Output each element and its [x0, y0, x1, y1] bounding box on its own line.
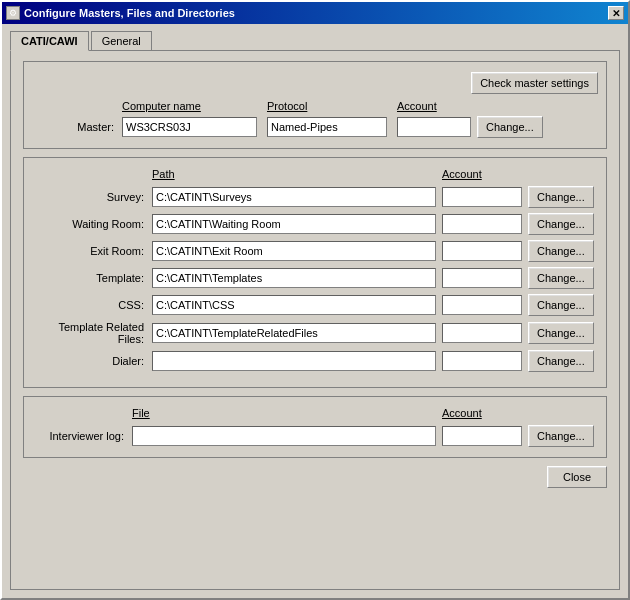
files-change-button[interactable]: Change... — [528, 213, 594, 235]
files-change-button[interactable]: Change... — [528, 186, 594, 208]
files-row-label: CSS: — [118, 299, 144, 311]
log-row: Interviewer log: Change... — [32, 425, 598, 447]
log-section: File Account Interviewer log: Change... — [23, 396, 607, 458]
files-change-button[interactable]: Change... — [528, 240, 594, 262]
master-protocol-header: Protocol — [267, 100, 307, 112]
log-file-input[interactable] — [132, 426, 436, 446]
check-master-button[interactable]: Check master settings — [471, 72, 598, 94]
files-account-input[interactable] — [442, 241, 522, 261]
files-path-header: Path — [152, 168, 175, 180]
master-account-header: Account — [397, 100, 437, 112]
files-row: Exit Room: Change... — [32, 240, 598, 262]
master-protocol-input[interactable] — [267, 117, 387, 137]
master-data-row: Master: Change... — [32, 116, 598, 138]
files-change-button[interactable]: Change... — [528, 350, 594, 372]
title-bar: ⚙ Configure Masters, Files and Directori… — [2, 2, 628, 24]
files-account-header: Account — [442, 168, 482, 180]
files-section: Path Account Survey: Change... Waiting R… — [23, 157, 607, 388]
files-path-input[interactable] — [152, 241, 436, 261]
log-change-button[interactable]: Change... — [528, 425, 594, 447]
files-account-input[interactable] — [442, 351, 522, 371]
files-path-input[interactable] — [152, 323, 436, 343]
master-computer-input[interactable] — [122, 117, 257, 137]
files-account-input[interactable] — [442, 268, 522, 288]
files-row: Template Related Files: Change... — [32, 321, 598, 345]
master-box: Check master settings Computer name Prot… — [23, 61, 607, 149]
tab-content: Check master settings Computer name Prot… — [10, 50, 620, 590]
log-account-input[interactable] — [442, 426, 522, 446]
files-account-input[interactable] — [442, 187, 522, 207]
files-row-label: Survey: — [107, 191, 144, 203]
files-row-label: Dialer: — [112, 355, 144, 367]
files-path-input[interactable] — [152, 187, 436, 207]
log-row-label: Interviewer log: — [49, 430, 124, 442]
files-row: Dialer: Change... — [32, 350, 598, 372]
log-file-header: File — [132, 407, 150, 419]
title-bar-left: ⚙ Configure Masters, Files and Directori… — [6, 6, 235, 20]
files-change-button[interactable]: Change... — [528, 267, 594, 289]
files-row-label: Waiting Room: — [72, 218, 144, 230]
main-window: ⚙ Configure Masters, Files and Directori… — [0, 0, 630, 600]
log-account-header: Account — [442, 407, 482, 419]
master-computer-header: Computer name — [122, 100, 201, 112]
close-button[interactable]: Close — [547, 466, 607, 488]
files-account-input[interactable] — [442, 295, 522, 315]
files-change-button[interactable]: Change... — [528, 322, 594, 344]
files-path-input[interactable] — [152, 295, 436, 315]
files-row: Waiting Room: Change... — [32, 213, 598, 235]
master-label: Master: — [77, 121, 114, 133]
files-header: Path Account — [32, 168, 598, 180]
files-row-label: Template Related Files: — [58, 321, 144, 345]
window-icon: ⚙ — [6, 6, 20, 20]
master-change-button[interactable]: Change... — [477, 116, 543, 138]
master-account-input[interactable] — [397, 117, 471, 137]
window-title: Configure Masters, Files and Directories — [24, 7, 235, 19]
tab-general[interactable]: General — [91, 31, 152, 51]
master-section: Check master settings Computer name Prot… — [23, 61, 607, 149]
files-rows: Survey: Change... Waiting Room: Chang — [32, 186, 598, 372]
files-account-input[interactable] — [442, 214, 522, 234]
files-path-input[interactable] — [152, 268, 436, 288]
log-header: File Account — [32, 407, 598, 419]
bottom-bar: Close — [23, 466, 607, 488]
files-path-input[interactable] — [152, 214, 436, 234]
files-change-button[interactable]: Change... — [528, 294, 594, 316]
log-rows: Interviewer log: Change... — [32, 425, 598, 447]
tab-cati[interactable]: CATI/CAWI — [10, 31, 89, 51]
master-header-row: Computer name Protocol Account — [32, 100, 598, 112]
files-account-input[interactable] — [442, 323, 522, 343]
tab-bar: CATI/CAWI General — [10, 30, 620, 50]
close-icon[interactable]: ✕ — [608, 6, 624, 20]
files-path-input[interactable] — [152, 351, 436, 371]
files-row: Template: Change... — [32, 267, 598, 289]
window-body: CATI/CAWI General Check master settings … — [2, 24, 628, 598]
files-row-label: Template: — [96, 272, 144, 284]
files-row-label: Exit Room: — [90, 245, 144, 257]
files-row: CSS: Change... — [32, 294, 598, 316]
files-row: Survey: Change... — [32, 186, 598, 208]
